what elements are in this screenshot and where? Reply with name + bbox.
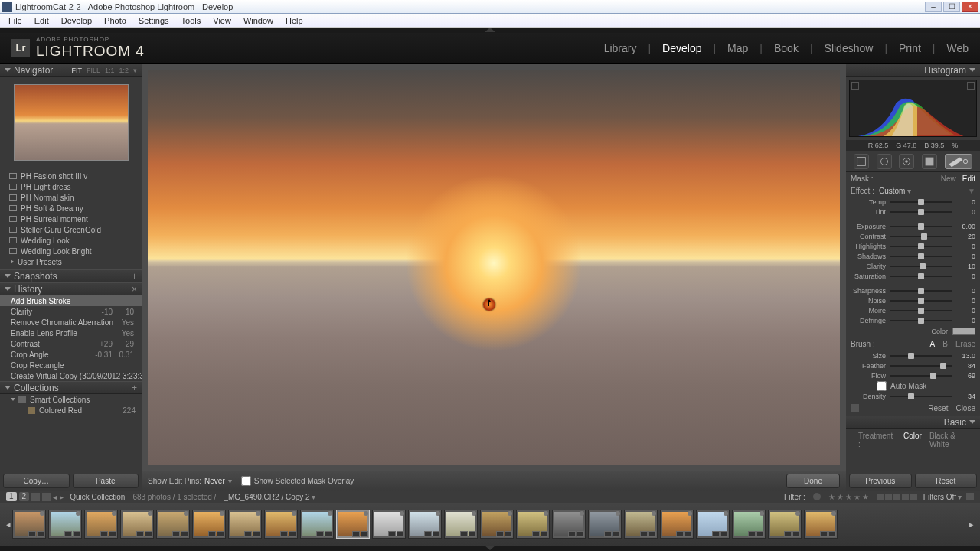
- module-library[interactable]: Library: [604, 42, 637, 54]
- navigator-thumbnail[interactable]: [14, 84, 129, 161]
- slider-sharpness[interactable]: Sharpness0: [846, 285, 980, 295]
- preset-item[interactable]: PH Normal skin: [0, 192, 142, 203]
- collapse-top-panel[interactable]: [0, 28, 980, 33]
- filmstrip-thumb[interactable]: [408, 510, 442, 539]
- add-snapshot-icon[interactable]: +: [132, 271, 137, 282]
- filmstrip-thumb[interactable]: [696, 510, 730, 539]
- slider-feather[interactable]: Feather84: [846, 360, 980, 370]
- history-step[interactable]: Enable Lens ProfileYes: [0, 328, 142, 338]
- crop-tool-icon[interactable]: [854, 154, 869, 169]
- slider-contrast[interactable]: Contrast20: [846, 231, 980, 241]
- color-swatch[interactable]: [952, 328, 975, 335]
- snapshots-header[interactable]: Snapshots +: [0, 269, 142, 282]
- brush-tool-icon[interactable]: [945, 154, 972, 169]
- slider-size[interactable]: Size13.0: [846, 350, 980, 360]
- brush-erase[interactable]: Erase: [956, 340, 975, 348]
- nav-zoom-fill[interactable]: FILL: [87, 67, 100, 74]
- nav-zoom-fit[interactable]: FIT: [71, 67, 82, 74]
- basic-header[interactable]: Basic: [846, 416, 980, 429]
- filmstrip-thumb[interactable]: [804, 510, 838, 539]
- history-step[interactable]: Contrast+2929: [0, 338, 142, 349]
- add-collection-icon[interactable]: +: [132, 383, 137, 393]
- clipping-shadows-icon[interactable]: [851, 82, 859, 90]
- menu-view[interactable]: View: [207, 15, 237, 27]
- slider-highlights[interactable]: Highlights0: [846, 241, 980, 251]
- mask-overlay-checkbox[interactable]: [241, 476, 251, 486]
- smart-collections-row[interactable]: Smart Collections: [0, 394, 142, 405]
- histogram-display[interactable]: [849, 80, 977, 137]
- navigator-zoom-options[interactable]: FITFILL1:11:2▾: [71, 67, 137, 74]
- flag-filter-icon[interactable]: [813, 493, 821, 500]
- filmstrip-thumb[interactable]: [732, 510, 766, 539]
- filmstrip-thumb[interactable]: [336, 510, 370, 539]
- history-step[interactable]: Crop Rectangle: [0, 360, 142, 370]
- slider-exposure[interactable]: Exposure0.00: [846, 221, 980, 231]
- navigator-header[interactable]: Navigator FITFILL1:11:2▾: [0, 64, 142, 77]
- collections-header[interactable]: Collections +: [0, 381, 142, 394]
- filmstrip-thumb[interactable]: [660, 510, 694, 539]
- menu-help[interactable]: Help: [279, 15, 309, 27]
- nav-zoom-more[interactable]: ▾: [133, 67, 137, 74]
- spot-tool-icon[interactable]: [877, 154, 892, 169]
- redeye-tool-icon[interactable]: [899, 154, 914, 169]
- slider-defringe[interactable]: Defringe0: [846, 315, 980, 325]
- filmstrip-thumb[interactable]: [480, 510, 514, 539]
- slider-tint[interactable]: Tint0: [846, 207, 980, 217]
- copy-button[interactable]: Copy…: [3, 474, 70, 488]
- slider-density[interactable]: Density34: [846, 391, 980, 401]
- preset-item[interactable]: PH Fasion shot III v: [0, 171, 142, 181]
- filmstrip-thumb[interactable]: [264, 510, 298, 539]
- filmstrip-thumb[interactable]: [624, 510, 658, 539]
- minimize-button[interactable]: –: [925, 2, 942, 12]
- menu-settings[interactable]: Settings: [132, 15, 175, 27]
- filmstrip-thumb[interactable]: [768, 510, 802, 539]
- effect-row[interactable]: Effect : Custom▾ ▼: [846, 184, 980, 197]
- slider-flow[interactable]: Flow69: [846, 370, 980, 380]
- menu-photo[interactable]: Photo: [98, 15, 132, 27]
- module-develop[interactable]: Develop: [662, 42, 701, 54]
- filmstrip-thumb[interactable]: [192, 510, 226, 539]
- automask-row[interactable]: Auto Mask: [846, 380, 980, 391]
- toggle-panel-icon[interactable]: [851, 404, 859, 412]
- slider-shadows[interactable]: Shadows0: [846, 251, 980, 261]
- automask-checkbox[interactable]: [877, 381, 887, 391]
- filter-lock-icon[interactable]: [966, 493, 974, 500]
- filmstrip-thumb[interactable]: [12, 510, 46, 539]
- star-filter[interactable]: ★★★★★: [828, 493, 871, 501]
- brush-reset[interactable]: Reset: [928, 404, 948, 412]
- user-presets-folder[interactable]: User Presets: [0, 256, 142, 267]
- photo-canvas[interactable]: [148, 70, 840, 465]
- histogram-header[interactable]: Histogram: [846, 64, 980, 77]
- preset-item[interactable]: Steller Guru GreenGold: [0, 224, 142, 235]
- history-step[interactable]: Remove Chromatic AberrationYes: [0, 317, 142, 328]
- filmstrip-thumb[interactable]: [48, 510, 82, 539]
- previous-button[interactable]: Previous: [849, 474, 912, 488]
- preset-item[interactable]: PH Soft & Dreamy: [0, 203, 142, 214]
- history-step[interactable]: Clarity-1010: [0, 306, 142, 317]
- monitor-2-badge[interactable]: 2: [19, 492, 30, 501]
- close-button[interactable]: ×: [962, 2, 978, 12]
- history-header[interactable]: History ×: [0, 282, 142, 295]
- menu-window[interactable]: Window: [237, 15, 279, 27]
- filmstrip-thumb[interactable]: [84, 510, 118, 539]
- menu-edit[interactable]: Edit: [28, 15, 55, 27]
- filmstrip-thumb[interactable]: [372, 510, 406, 539]
- slider-clarity[interactable]: Clarity10: [846, 261, 980, 271]
- filters-off-dropdown[interactable]: Filters Off: [923, 493, 956, 501]
- treatment-bw[interactable]: Black & White: [929, 432, 975, 448]
- menu-tools[interactable]: Tools: [175, 15, 207, 27]
- module-map[interactable]: Map: [727, 42, 748, 54]
- paste-button[interactable]: Paste: [73, 474, 139, 488]
- clipping-highlights-icon[interactable]: [967, 82, 975, 90]
- grid-view-icon[interactable]: [31, 493, 40, 501]
- slider-saturation[interactable]: Saturation0: [846, 271, 980, 281]
- filmstrip-thumb[interactable]: [120, 510, 154, 539]
- filmstrip-thumb[interactable]: [228, 510, 262, 539]
- menu-file[interactable]: File: [2, 15, 28, 27]
- brush-b[interactable]: B: [942, 340, 948, 348]
- history-step[interactable]: Create Virtual Copy (30/09/2012 3:23:3…: [0, 370, 142, 381]
- brush-a[interactable]: A: [930, 340, 936, 348]
- collapse-bottom-panel[interactable]: [0, 546, 980, 551]
- brush-close[interactable]: Close: [956, 404, 975, 412]
- maximize-button[interactable]: ☐: [943, 2, 960, 12]
